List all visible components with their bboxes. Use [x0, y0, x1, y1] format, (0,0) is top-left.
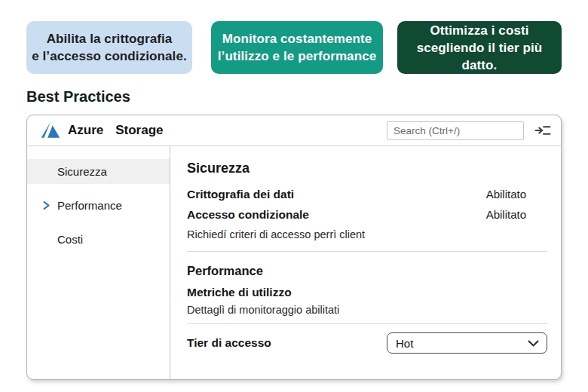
brand-label: Azure: [68, 123, 103, 138]
setting-value: Abilitato: [486, 188, 526, 201]
screenshot-root: Abilita la crittografia e l’accesso cond…: [0, 0, 588, 392]
tier-label: Tier di accesso: [187, 336, 271, 350]
azure-logo-icon: [40, 120, 61, 141]
setting-label: Accesso condizionale: [187, 208, 309, 222]
content-panel: Sicurezza Crittografia dei dati Abilitat…: [170, 146, 561, 379]
security-caption: Richiedí criteri di accesso perrì client: [187, 228, 547, 240]
callout-line: Monitora costantemente: [222, 30, 372, 47]
sidebar-item-label: Sicurezza: [57, 165, 107, 178]
page-title: Best Practices: [26, 88, 130, 106]
sidebar-item-label: Performance: [57, 199, 122, 212]
callout-row: Abilita la crittografia e l’accesso cond…: [26, 21, 562, 74]
window-titlebar: Azure Storage: [27, 115, 561, 146]
section-title-sicurezza: Sicurezza: [187, 161, 547, 176]
azure-storage-window: Azure Storage Sicurezza: [26, 115, 562, 380]
product-label: Storage: [115, 123, 163, 138]
callout-cost: Ottimizza i costi scegliendo il tier più…: [397, 21, 562, 74]
sidebar-item-performance[interactable]: Performance: [27, 193, 170, 218]
section-title-performance: Performance: [187, 264, 547, 278]
sidebar-item-sicurezza[interactable]: Sicurezza: [27, 159, 170, 184]
callout-line: e l’accesso condizionale.: [32, 47, 187, 65]
tier-row: Tier di accesso Hot: [187, 332, 547, 354]
chevron-down-icon: [528, 340, 539, 347]
sidebar: Sicurezza Performance Costi: [27, 146, 170, 379]
setting-row-accesso: Accesso condizionale Abilitato: [187, 208, 547, 222]
callout-line: scegliendo il tier più datto.: [397, 39, 562, 74]
setting-label: Crittografia dei dati: [187, 188, 294, 201]
chevron-right-icon: [42, 201, 51, 210]
panel-toggle-icon[interactable]: [534, 124, 551, 136]
callout-line: Abilita la crittografia: [47, 30, 173, 47]
setting-row-crittografia: Crittografia dei dati Abilitato: [187, 188, 547, 201]
search-input[interactable]: [387, 121, 524, 140]
performance-subtitle: Metriche di utilizzo: [187, 286, 547, 299]
tier-select[interactable]: Hot: [387, 332, 547, 354]
sidebar-item-costi[interactable]: Costi: [27, 227, 170, 252]
callout-line: Ottimizza i costi: [430, 22, 528, 39]
tier-selected-value: Hot: [396, 337, 413, 350]
performance-caption: Dettaglì di monitoraggio abilitati: [187, 304, 547, 316]
window-body: Sicurezza Performance Costi Sicurezza Cr…: [27, 146, 561, 379]
callout-security: Abilita la crittografia e l’accesso cond…: [26, 21, 192, 74]
setting-value: Abilitato: [486, 208, 526, 221]
divider: [187, 251, 547, 252]
callout-line: l’utilizzo e le performance: [218, 47, 377, 65]
callout-monitoring: Monitora costantemente l’utilizzo e le p…: [211, 21, 383, 74]
divider: [187, 323, 547, 324]
sidebar-item-label: Costi: [57, 233, 83, 246]
